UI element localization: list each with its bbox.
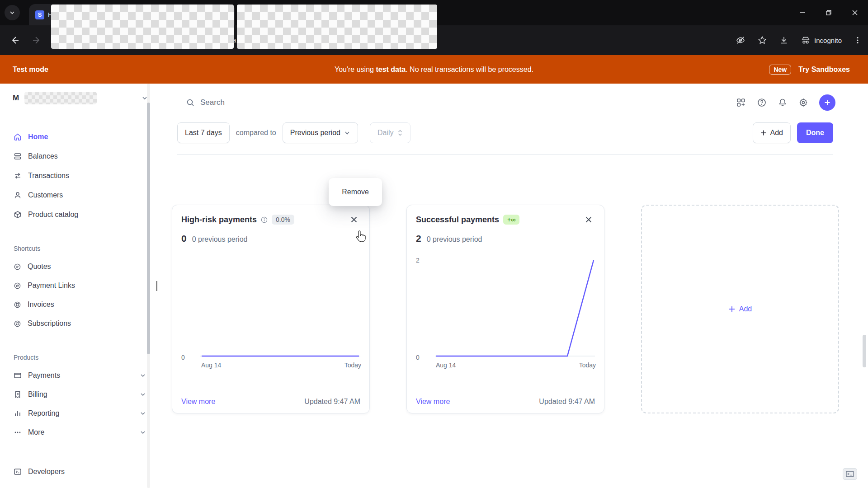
products-list: Payments Billing Reporting More	[0, 366, 157, 442]
tab-search-button[interactable]	[5, 5, 20, 20]
window-controls	[789, 0, 868, 25]
minimize-button[interactable]	[789, 0, 816, 25]
sidebar-item-payment-links[interactable]: Payment Links	[0, 276, 157, 295]
search-icon	[186, 98, 195, 107]
chevron-down-icon	[9, 9, 15, 16]
sidebar-scrollbar[interactable]	[147, 84, 150, 488]
shortcuts-list: Quotes Payment Links Invoices Subscripti…	[0, 257, 157, 333]
banner-message: You're using test data. No real transact…	[0, 66, 868, 74]
forward-icon[interactable]	[31, 35, 42, 46]
sidebar: M Home Balances Transactions	[0, 84, 157, 488]
sidebar-item-customers[interactable]: Customers	[0, 185, 157, 205]
chart-x-labels: Aug 14 Today	[201, 361, 361, 369]
subscriptions-icon	[14, 320, 21, 328]
test-mode-banner: Test mode You're using test data. No rea…	[0, 55, 868, 84]
line-chart	[200, 249, 360, 358]
bookmark-star-icon[interactable]	[757, 35, 767, 45]
card-chart: 2 0	[416, 249, 595, 358]
close-icon	[585, 216, 593, 224]
granularity-select[interactable]: Daily	[370, 122, 410, 143]
sidebar-item-transactions[interactable]: Transactions	[0, 166, 157, 185]
done-button[interactable]: Done	[797, 122, 833, 143]
sidebar-scrollbar-thumb[interactable]	[147, 103, 150, 354]
filters-row: Last 7 days compared to Previous period …	[157, 122, 868, 144]
mouse-cursor	[354, 230, 367, 243]
billing-icon	[14, 390, 22, 399]
balances-icon	[14, 152, 22, 160]
download-icon[interactable]	[779, 35, 789, 45]
view-more-link[interactable]: View more	[416, 398, 450, 406]
view-more-link[interactable]: View more	[181, 398, 215, 406]
reporting-icon	[14, 409, 22, 418]
more-ellipsis-icon	[14, 428, 22, 436]
back-icon[interactable]	[9, 35, 20, 46]
card-chart: 0	[181, 249, 360, 358]
chevron-down-icon	[140, 410, 146, 417]
info-icon[interactable]	[261, 216, 268, 223]
add-widget-button[interactable]: Add	[753, 122, 791, 143]
account-switcher[interactable]: M	[13, 89, 148, 107]
settings-gear-icon[interactable]	[798, 98, 808, 108]
sidebar-item-payments[interactable]: Payments	[0, 366, 157, 385]
remove-tooltip[interactable]: Remove	[329, 178, 382, 206]
plus-icon	[760, 130, 767, 136]
sidebar-item-developers[interactable]: Developers	[0, 462, 157, 481]
plus-icon	[824, 99, 831, 106]
chevron-down-icon	[140, 391, 146, 398]
page-scrollbar-thumb[interactable]	[863, 335, 866, 367]
restore-button[interactable]	[816, 0, 842, 25]
resize-handle[interactable]	[156, 281, 157, 291]
browser-chrome: S H	[0, 0, 868, 55]
add-widget-tile[interactable]: Add	[641, 205, 839, 413]
sidebar-item-billing[interactable]: Billing	[0, 385, 157, 404]
updated-timestamp: Updated 9:47 AM	[539, 398, 595, 406]
date-range-button[interactable]: Last 7 days	[177, 122, 230, 143]
create-button[interactable]	[819, 94, 835, 111]
sidebar-item-home[interactable]: Home	[0, 127, 157, 146]
search-row	[157, 84, 868, 122]
chart-y-labels: 2 0	[416, 249, 435, 358]
sidebar-item-quotes[interactable]: Quotes	[0, 257, 157, 276]
compared-to-label: compared to	[236, 129, 276, 137]
card-title: High-risk payments	[181, 215, 257, 225]
sidebar-item-product-catalog[interactable]: Product catalog	[0, 205, 157, 224]
home-icon	[14, 133, 22, 141]
card-badge: 0.0%	[272, 215, 294, 225]
sidebar-item-more[interactable]: More	[0, 423, 157, 442]
terminal-icon	[846, 471, 854, 477]
stripe-favicon-icon: S	[35, 10, 44, 19]
search-input[interactable]	[200, 98, 381, 107]
account-name-redacted	[24, 92, 97, 104]
chevron-down-icon	[140, 372, 146, 379]
url-fragment: a	[232, 36, 236, 44]
close-icon	[350, 216, 358, 224]
account-initial: M	[13, 94, 19, 103]
header-icons	[736, 94, 868, 111]
period-select[interactable]: Previous period	[283, 122, 358, 143]
kebab-menu-icon[interactable]	[854, 36, 862, 44]
chevron-down-icon	[344, 130, 350, 136]
dashboard-cards: High-risk payments 0.0% 0 0 previous per…	[172, 205, 839, 413]
card-high-risk-payments: High-risk payments 0.0% 0 0 previous per…	[172, 205, 370, 413]
sidebar-item-subscriptions[interactable]: Subscriptions	[0, 314, 157, 333]
sidebar-item-invoices[interactable]: Invoices	[0, 295, 157, 314]
chart-plot	[200, 249, 360, 358]
search-bar[interactable]	[186, 98, 736, 107]
eye-off-icon[interactable]	[736, 35, 745, 45]
card-successful-payments: Successful payments +∞ 2 0 previous peri…	[406, 205, 604, 413]
close-button[interactable]	[842, 0, 868, 25]
card-value-row: 0 0 previous period	[181, 233, 360, 244]
keyboard-shortcuts-button[interactable]	[843, 468, 857, 480]
card-title: Successful payments	[416, 215, 499, 225]
screen: S H	[0, 0, 868, 488]
sort-chevrons-icon	[397, 129, 403, 136]
sidebar-item-balances[interactable]: Balances	[0, 146, 157, 166]
card-close-button[interactable]	[348, 213, 360, 226]
card-close-button[interactable]	[582, 213, 595, 226]
apps-grid-icon[interactable]	[736, 98, 746, 108]
help-icon[interactable]	[757, 98, 767, 108]
try-sandboxes-link[interactable]: Try Sandboxes	[798, 66, 850, 74]
card-value: 2	[416, 233, 421, 244]
sidebar-item-reporting[interactable]: Reporting	[0, 404, 157, 423]
notifications-bell-icon[interactable]	[778, 98, 788, 108]
